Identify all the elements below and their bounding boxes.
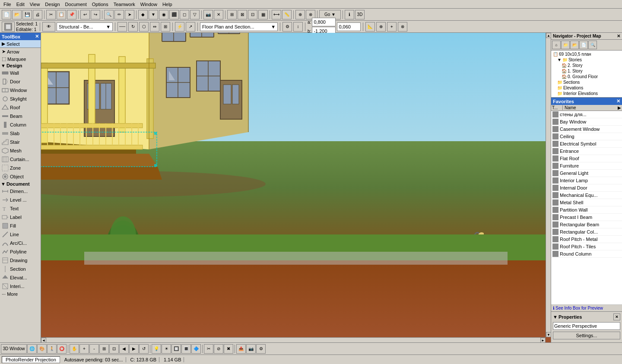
bt-zoom-in[interactable]: +: [79, 344, 89, 354]
favorites-list-item[interactable]: Internal Door: [551, 184, 622, 192]
menu-help[interactable]: Help: [160, 1, 175, 7]
line-style[interactable]: ──: [117, 22, 127, 32]
favorites-list-item[interactable]: Rectangular Col...: [551, 228, 622, 236]
window-item[interactable]: Window: [0, 86, 41, 95]
nav3-btn[interactable]: ⊡: [248, 10, 257, 19]
bt-sun[interactable]: ☀: [162, 344, 171, 354]
favorites-list-item[interactable]: Electrical Symbol: [551, 140, 622, 148]
save-button[interactable]: 💾: [22, 10, 32, 19]
mirror-btn[interactable]: ⬡: [139, 22, 149, 32]
pos-btn[interactable]: ⊕: [376, 22, 386, 32]
copy-button[interactable]: 📋: [57, 10, 66, 19]
bt-render[interactable]: 🎨: [37, 344, 47, 354]
navigator-close[interactable]: ✕: [617, 34, 620, 38]
scroll-up-btn[interactable]: ▲: [546, 33, 551, 38]
nav-folder[interactable]: 📁: [561, 41, 570, 49]
bt-orbit[interactable]: ⭕: [57, 344, 67, 354]
nav1-btn[interactable]: ⊞: [227, 10, 237, 19]
tree-story1[interactable]: 🏠 1. Story: [561, 68, 621, 74]
curtain-item[interactable]: Curtain...: [0, 155, 41, 164]
favorites-list-item[interactable]: Casement Window: [551, 126, 622, 133]
favorites-list-item[interactable]: Rectangular Beam: [551, 221, 622, 228]
menu-file[interactable]: File: [1, 1, 14, 7]
nav-search[interactable]: 🔍: [588, 41, 597, 49]
ungroup-btn[interactable]: ↗: [186, 22, 195, 32]
bt-spin[interactable]: ↺: [139, 344, 149, 354]
bt-cut2[interactable]: ⊘: [214, 344, 223, 354]
menu-document[interactable]: Document: [63, 1, 89, 7]
a-input[interactable]: [312, 18, 336, 26]
stair-item[interactable]: Stair: [0, 138, 41, 146]
text-item[interactable]: T Text: [0, 204, 41, 213]
bt-pan[interactable]: ✋: [70, 344, 79, 354]
zone-item[interactable]: Zone: [0, 164, 41, 172]
elevat-item[interactable]: Elevat...: [0, 273, 41, 282]
line-item[interactable]: Line: [0, 230, 41, 239]
arc-item[interactable]: Arc/Ci...: [0, 239, 41, 247]
3d-btn[interactable]: 3D: [355, 10, 365, 19]
favorites-close[interactable]: ✕: [616, 98, 620, 104]
bt-export[interactable]: 📤: [236, 344, 246, 354]
marquee-item[interactable]: ⬚ Marquee: [0, 55, 41, 63]
pen-button[interactable]: ✏: [114, 10, 124, 19]
bt-zoom-fit[interactable]: ⊞: [99, 344, 109, 354]
bt-prev[interactable]: ◀: [119, 344, 129, 354]
favorites-list-item[interactable]: Furniture: [551, 162, 622, 170]
view-settings[interactable]: ⚙: [282, 22, 292, 32]
bt-3d-toggle[interactable]: 3D Window: [1, 344, 27, 354]
mesh-item[interactable]: Mesh: [0, 146, 41, 155]
bt-light[interactable]: 💡: [152, 344, 161, 354]
menu-design[interactable]: Design: [42, 1, 62, 7]
shapes3-btn[interactable]: ◉: [159, 10, 168, 19]
menu-view[interactable]: View: [27, 1, 43, 7]
find-button[interactable]: 🔍: [104, 10, 114, 19]
bt-walk[interactable]: 🚶: [47, 344, 57, 354]
bt-next[interactable]: ▶: [129, 344, 139, 354]
nav2-btn[interactable]: ⊠: [238, 10, 247, 19]
tree-sections[interactable]: 📁 Sections: [556, 79, 621, 85]
menu-teamwork[interactable]: Teamwork: [111, 1, 138, 7]
favorites-list-item[interactable]: Entrance: [551, 148, 622, 155]
nav4-btn[interactable]: ▦: [258, 10, 268, 19]
shapes4-btn[interactable]: ⬛: [169, 10, 179, 19]
tree-elevations[interactable]: 📁 Elevations: [556, 85, 621, 91]
cut-button[interactable]: ✂: [46, 10, 56, 19]
canvas-scrollbar-horizontal[interactable]: ◄ ►: [41, 337, 546, 342]
split-btn[interactable]: ⟷: [272, 10, 281, 19]
bt-globe[interactable]: 🌐: [27, 344, 37, 354]
object-item[interactable]: Object: [0, 172, 41, 181]
beam-item[interactable]: Beam: [0, 112, 41, 120]
scroll-left-btn[interactable]: ◄: [41, 338, 46, 342]
tree-story0[interactable]: 🏠 0. Ground Floor: [561, 74, 621, 79]
move-btn[interactable]: ⊗: [398, 22, 407, 32]
undo-button[interactable]: ↩: [80, 10, 90, 19]
shapes-btn[interactable]: ◆: [138, 10, 148, 19]
tree-stories[interactable]: ▼ 📁 Stories: [556, 57, 621, 63]
tree-interior[interactable]: 📁 Interior Elevations: [556, 91, 621, 96]
tree-story2[interactable]: 🏠 2. Story: [561, 63, 621, 68]
view-dropdown[interactable]: Structural - Be... ▼: [57, 22, 113, 31]
bt-cut1[interactable]: ✂: [204, 344, 213, 354]
paste-button[interactable]: 📌: [67, 10, 76, 19]
bt-cut3[interactable]: ✖: [224, 344, 233, 354]
nav-home[interactable]: ⌂: [552, 41, 561, 49]
roof-item[interactable]: Roof: [0, 103, 41, 112]
view-mode-icon[interactable]: 👁: [42, 22, 55, 32]
zoom-btn[interactable]: ⊞: [161, 22, 170, 32]
favorites-list-item[interactable]: Mechanical Equ...: [551, 192, 622, 199]
nav-page[interactable]: 📄: [579, 41, 588, 49]
polyline-item[interactable]: Polyline: [0, 247, 41, 256]
arrow-item[interactable]: ➤ Arrow: [0, 48, 41, 55]
shapes2-btn[interactable]: ▼: [149, 10, 158, 19]
slab-item[interactable]: Slab: [0, 129, 41, 138]
bt-settings2[interactable]: ⚙: [256, 344, 266, 354]
group-btn[interactable]: ⚡: [175, 22, 184, 32]
bt-zoom-sel[interactable]: ⊡: [109, 344, 119, 354]
canvas-scrollbar-vertical[interactable]: ▲ ▼: [546, 33, 551, 337]
menu-window[interactable]: Window: [138, 1, 160, 7]
c-input[interactable]: [337, 22, 361, 31]
favorites-list-item[interactable]: Precast I Beam: [551, 214, 622, 221]
bt-save-img[interactable]: 📷: [246, 344, 256, 354]
toolbox-close[interactable]: ✕: [35, 34, 39, 39]
level-item[interactable]: Level ...: [0, 196, 41, 204]
